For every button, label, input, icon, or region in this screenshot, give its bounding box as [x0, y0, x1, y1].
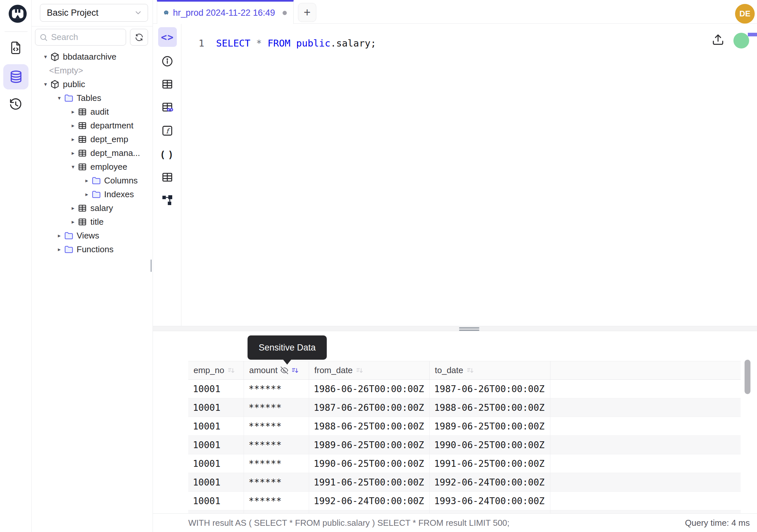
sidebar-search[interactable]: [35, 29, 126, 46]
cell[interactable]: 10001: [188, 417, 244, 435]
avatar[interactable]: DE: [735, 4, 755, 24]
tree-item-table[interactable]: ▸ salary: [32, 201, 153, 215]
caret-down-icon[interactable]: ▾: [41, 81, 50, 87]
cell[interactable]: 1990-06-25T00:00:00Z: [309, 454, 430, 473]
caret-right-icon[interactable]: ▸: [82, 177, 91, 184]
cell[interactable]: 1987-06-26T00:00:00Z: [430, 380, 550, 398]
cell[interactable]: 1993-06-24T00:00:00Z: [430, 492, 550, 510]
caret-right-icon[interactable]: ▸: [69, 109, 77, 115]
project-select[interactable]: Basic Project: [40, 4, 148, 22]
caret-right-icon[interactable]: ▸: [69, 136, 77, 142]
panel-resize-divider[interactable]: [153, 326, 757, 331]
cell[interactable]: 1988-06-25T00:00:00Z: [430, 398, 550, 417]
cell[interactable]: 10001: [188, 454, 244, 473]
cell[interactable]: 1987-06-26T00:00:00Z: [309, 398, 430, 417]
history-nav-button[interactable]: [7, 95, 25, 113]
caret-right-icon[interactable]: ▸: [69, 150, 77, 156]
sort-icon[interactable]: [466, 366, 474, 374]
column-header-to-date[interactable]: to_date: [430, 361, 550, 379]
tree-item-folder[interactable]: ▸ Columns: [32, 173, 153, 187]
tree-item-table[interactable]: ▸ title: [32, 215, 153, 229]
caret-down-icon[interactable]: ▾: [69, 164, 77, 170]
procedures-panel-button[interactable]: ( ): [158, 145, 177, 164]
cell-empty: [550, 398, 741, 417]
cell[interactable]: 10001: [188, 436, 244, 454]
cell[interactable]: 1988-06-25T00:00:00Z: [309, 417, 430, 435]
eye-off-icon[interactable]: [281, 366, 288, 374]
tree-item-table[interactable]: ▸ audit: [32, 105, 153, 119]
table-icon: [77, 107, 87, 117]
cell[interactable]: 10001: [188, 380, 244, 398]
caret-right-icon[interactable]: ▸: [55, 246, 64, 253]
rail-divider: [5, 31, 27, 32]
table-icon: [77, 203, 87, 213]
caret-right-icon[interactable]: ▸: [55, 232, 64, 239]
info-button[interactable]: [158, 52, 177, 71]
cell[interactable]: 10001: [188, 492, 244, 510]
caret-down-icon[interactable]: ▾: [41, 53, 50, 60]
cell-masked[interactable]: ******: [244, 380, 309, 398]
external-tables-panel-button[interactable]: [158, 168, 177, 187]
cell[interactable]: 1992-06-24T00:00:00Z: [430, 473, 550, 491]
cell[interactable]: 1986-06-26T00:00:00Z: [309, 380, 430, 398]
cell[interactable]: 10001: [188, 473, 244, 491]
grid-scrollbar-thumb[interactable]: [744, 360, 750, 394]
cell[interactable]: 1993-06-24T00:00:00Z: [309, 510, 430, 513]
tree-item-table[interactable]: ▸ dept_emp: [32, 132, 153, 146]
cell-masked[interactable]: ******: [244, 454, 309, 473]
tree-item-schema[interactable]: ▾ public: [32, 77, 153, 91]
cell[interactable]: 1994-06-24T00:00:00Z: [430, 510, 550, 513]
caret-down-icon[interactable]: ▾: [55, 95, 64, 101]
sort-icon-active[interactable]: [291, 366, 299, 374]
sensitive-data-panel-button[interactable]: [158, 98, 177, 117]
sql-editor[interactable]: 1 SELECT * FROM public.salary;: [181, 29, 757, 302]
tree-item-table[interactable]: ▸ dept_mana...: [32, 146, 153, 160]
new-tab-button[interactable]: +: [298, 3, 316, 22]
worksheets-nav-button[interactable]: [7, 39, 25, 57]
tree-item-table[interactable]: ▸ department: [32, 119, 153, 132]
code-panel-toggle[interactable]: <>: [158, 27, 177, 47]
status-bar: WITH result AS ( SELECT * FROM public.sa…: [153, 513, 757, 532]
functions-panel-button[interactable]: f: [158, 121, 177, 140]
schema-diagram-button[interactable]: [158, 191, 177, 210]
tables-panel-button[interactable]: [158, 75, 177, 94]
cell[interactable]: 1990-06-25T00:00:00Z: [430, 436, 550, 454]
sidebar-search-input[interactable]: [51, 32, 117, 42]
cell[interactable]: 1992-06-24T00:00:00Z: [309, 492, 430, 510]
cell[interactable]: 10001: [188, 510, 244, 513]
databases-nav-button[interactable]: [3, 64, 28, 89]
cell-masked[interactable]: ******: [244, 510, 309, 513]
cell[interactable]: 1989-06-25T00:00:00Z: [430, 417, 550, 435]
cell-masked[interactable]: ******: [244, 417, 309, 435]
column-header-from-date[interactable]: from_date: [309, 361, 430, 379]
sort-icon[interactable]: [227, 366, 235, 374]
cell[interactable]: 1991-06-25T00:00:00Z: [430, 454, 550, 473]
cell[interactable]: 1991-06-25T00:00:00Z: [309, 473, 430, 491]
cell-masked[interactable]: ******: [244, 473, 309, 491]
tree-item-label: department: [90, 121, 134, 131]
cell-masked[interactable]: ******: [244, 436, 309, 454]
tree-item-folder[interactable]: ▸ Indexes: [32, 187, 153, 201]
cell-masked[interactable]: ******: [244, 398, 309, 417]
tree-item-schema[interactable]: ▾ bbdataarchive: [32, 50, 153, 64]
cell-empty: [550, 417, 741, 435]
tab-hr-prod[interactable]: hr_prod 2024-11-22 16:49: [157, 0, 294, 24]
refresh-schema-button[interactable]: [130, 29, 148, 46]
column-header-emp-no[interactable]: emp_no: [188, 361, 244, 379]
bytebase-logo[interactable]: [8, 4, 27, 24]
tree-item-table[interactable]: ▾ employee: [32, 160, 153, 173]
cell[interactable]: 1989-06-25T00:00:00Z: [309, 436, 430, 454]
caret-right-icon[interactable]: ▸: [69, 205, 77, 211]
tree-item-folder[interactable]: ▾ Tables: [32, 91, 153, 105]
tree-item-folder[interactable]: ▸ Views: [32, 229, 153, 242]
editor-mini-rail: <> f ( ): [153, 24, 181, 326]
cell-masked[interactable]: ******: [244, 492, 309, 510]
sort-icon[interactable]: [355, 366, 363, 374]
upload-sql-button[interactable]: [712, 33, 724, 46]
caret-right-icon[interactable]: ▸: [69, 218, 77, 225]
cell[interactable]: 10001: [188, 398, 244, 417]
column-header-amount[interactable]: amount: [244, 361, 309, 379]
tree-item-folder[interactable]: ▸ Functions: [32, 242, 153, 256]
caret-right-icon[interactable]: ▸: [82, 191, 91, 198]
caret-right-icon[interactable]: ▸: [69, 122, 77, 129]
